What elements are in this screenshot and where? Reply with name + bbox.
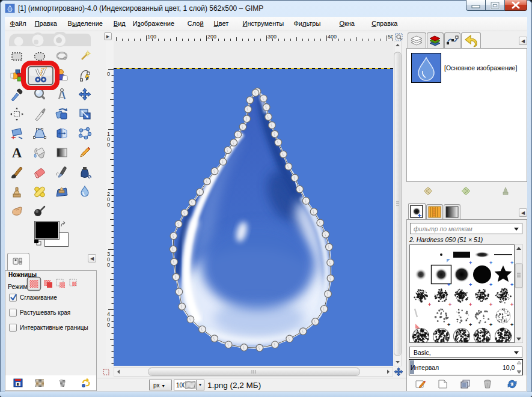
svg-text:A: A	[12, 146, 22, 159]
svg-text:0: 0	[107, 71, 110, 77]
svg-text:500: 500	[388, 34, 393, 40]
svg-text:+: +	[469, 302, 472, 308]
svg-text:+: +	[489, 302, 492, 308]
svg-text:+: +	[469, 322, 472, 328]
svg-text:+: +	[447, 282, 450, 288]
svg-text:0: 0	[107, 262, 110, 268]
svg-text:+: +	[510, 260, 513, 266]
svg-text:+: +	[428, 302, 431, 308]
svg-text:200: 200	[207, 34, 216, 40]
svg-text:+: +	[489, 322, 492, 328]
svg-text:+: +	[510, 322, 513, 328]
svg-text:+: +	[448, 302, 451, 308]
svg-text:+: +	[510, 302, 513, 308]
svg-text:300: 300	[268, 34, 277, 40]
svg-text:+: +	[469, 260, 472, 266]
svg-text:+: +	[469, 282, 472, 288]
svg-text:+: +	[489, 260, 492, 266]
svg-text:0: 0	[107, 142, 110, 148]
svg-text:0: 0	[107, 202, 110, 208]
svg-text:+: +	[489, 282, 492, 288]
svg-text:+: +	[447, 322, 450, 328]
svg-text:400: 400	[328, 34, 337, 40]
svg-text:0: 0	[107, 322, 110, 328]
svg-text:+: +	[510, 282, 513, 288]
svg-text:100: 100	[147, 34, 156, 40]
